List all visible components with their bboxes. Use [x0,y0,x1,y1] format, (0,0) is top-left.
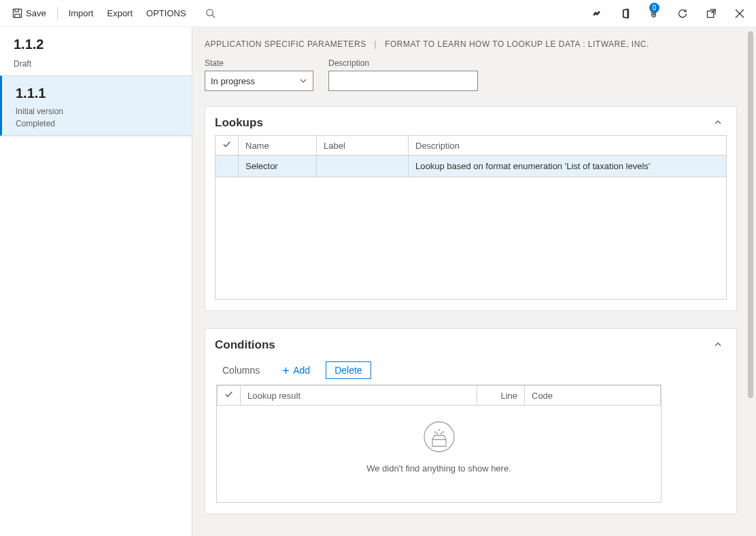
col-line[interactable]: Line [477,386,525,406]
lookups-card: Lookups Name Label [205,106,737,311]
table-header-row: Name Label Description [216,136,727,156]
search-button[interactable] [200,4,221,22]
chevron-up-icon[interactable] [713,118,723,129]
empty-state: We didn't find anything to show here. [217,406,661,502]
svg-rect-2 [15,14,20,18]
export-button[interactable]: Export [101,4,138,22]
import-button[interactable]: Import [63,4,99,22]
connector-icon[interactable] [587,4,606,23]
lookups-title: Lookups [215,116,263,130]
chevron-up-icon[interactable] [713,340,723,351]
col-result[interactable]: Lookup result [241,386,477,406]
conditions-title: Conditions [215,338,275,352]
content-panel: Application specific parameters | Format… [192,27,756,536]
options-label: OPTIONS [146,8,186,18]
lookups-body: Name Label Description Selector Lookup b… [205,135,736,310]
chevron-down-icon [299,77,307,85]
columns-button[interactable]: Columns [216,361,266,379]
svg-point-13 [443,431,443,432]
check-column[interactable] [218,386,241,406]
lookups-header[interactable]: Lookups [205,107,736,135]
toolbar-left: Save Import Export OPTIONS [7,4,221,22]
state-value: In progress [211,76,255,86]
sidebar: 1.1.2 Draft 1.1.1 Initial version Comple… [0,27,192,536]
badge-count: 0 [649,3,659,13]
form-row: State In progress Description [205,58,737,91]
state-select[interactable]: In progress [205,71,313,91]
refresh-icon[interactable] [673,4,692,23]
cell-description: Lookup based on format enumeration 'List… [409,156,727,177]
version-subtitle: Initial version [16,107,178,116]
col-description[interactable]: Description [409,136,727,156]
save-label: Save [26,8,46,18]
main-area: 1.1.2 Draft 1.1.1 Initial version Comple… [0,27,756,536]
conditions-toolbar: Columns Add Delete [216,361,736,379]
col-code[interactable]: Code [525,386,661,406]
state-field-group: State In progress [205,58,313,91]
breadcrumb-part1: Application specific parameters [205,39,366,49]
attachments-icon[interactable]: 0 [645,4,664,23]
svg-point-11 [434,431,435,432]
empty-text: We didn't find anything to show here. [217,463,661,474]
check-icon [222,140,231,149]
conditions-card: Conditions Columns Add [205,328,737,514]
svg-point-12 [439,429,439,430]
options-button[interactable]: OPTIONS [141,4,192,22]
col-name[interactable]: Name [239,136,317,156]
breadcrumb-part2: Format to learn how to lookup LE data : … [385,39,649,49]
add-button[interactable]: Add [275,361,316,379]
table-row[interactable]: Selector Lookup based on format enumerat… [216,156,727,177]
plus-icon [281,366,290,375]
version-status: Draft [14,59,178,69]
import-label: Import [69,8,94,18]
sidebar-item-1[interactable]: 1.1.1 Initial version Completed [0,75,192,136]
state-label: State [205,58,313,68]
separator [57,7,58,20]
cell-label [317,156,409,177]
conditions-header[interactable]: Conditions [205,329,736,355]
close-icon[interactable] [730,4,749,23]
popout-icon[interactable] [702,4,721,23]
scrollbar[interactable] [748,31,753,398]
search-icon [205,8,216,18]
description-field-group: Description [328,58,478,91]
save-button[interactable]: Save [7,4,52,22]
svg-point-14 [436,433,437,433]
svg-point-15 [441,433,441,433]
columns-label: Columns [222,365,260,376]
office-icon[interactable] [616,4,635,23]
add-label: Add [293,365,310,376]
svg-line-4 [212,15,215,18]
row-check[interactable] [216,156,239,177]
version-title: 1.1.2 [14,37,178,52]
export-label: Export [107,8,133,18]
breadcrumb: Application specific parameters | Format… [205,39,737,49]
save-icon [12,8,22,18]
lookups-grid: Name Label Description Selector Lookup b… [215,135,727,177]
svg-point-3 [206,10,212,16]
description-input[interactable] [328,71,478,91]
check-column[interactable] [216,136,239,156]
version-status: Completed [16,119,178,128]
top-toolbar: Save Import Export OPTIONS [0,0,756,27]
table-header-row: Lookup result Line Code [218,386,661,406]
breadcrumb-separator: | [375,39,377,49]
check-icon [224,390,233,399]
cell-name: Selector [239,156,317,177]
description-label: Description [328,58,478,68]
col-label[interactable]: Label [317,136,409,156]
toolbar-right: 0 [587,4,749,23]
svg-point-10 [424,422,454,452]
empty-box-icon [423,421,456,453]
delete-button[interactable]: Delete [326,361,371,379]
conditions-body: Columns Add Delete [205,361,736,514]
conditions-grid: Lookup result Line Code [216,385,662,503]
svg-rect-1 [15,9,19,12]
lookups-empty-area [215,177,727,300]
version-title: 1.1.1 [16,86,178,101]
sidebar-item-0[interactable]: 1.1.2 Draft [0,27,192,75]
delete-label: Delete [334,365,362,376]
